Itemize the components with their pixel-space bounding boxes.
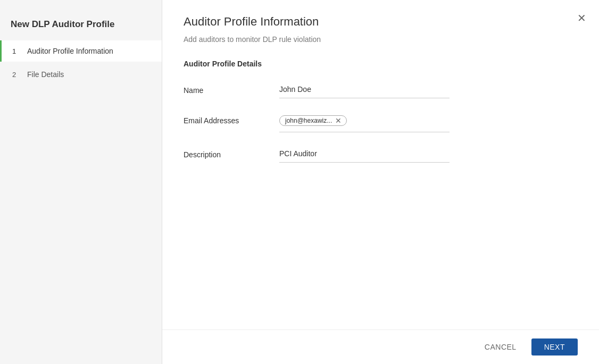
email-tag-text: john@hexawiz... bbox=[285, 117, 332, 124]
name-field-group: Name bbox=[184, 83, 578, 98]
page-subtitle: Add auditors to monitor DLP rule violati… bbox=[184, 35, 578, 44]
email-tag-container[interactable]: john@hexawiz... ✕ bbox=[279, 113, 450, 132]
step-number-2: 2 bbox=[12, 71, 21, 79]
name-control bbox=[279, 83, 450, 98]
name-label: Name bbox=[184, 83, 279, 95]
description-label: Description bbox=[184, 147, 279, 159]
next-button[interactable]: NEXT bbox=[531, 338, 578, 355]
cancel-button[interactable]: CANCEL bbox=[476, 338, 525, 355]
email-control: john@hexawiz... ✕ bbox=[279, 113, 450, 132]
email-label: Email Addresses bbox=[184, 113, 279, 125]
description-field-group: Description bbox=[184, 147, 578, 163]
email-tag-remove-button[interactable]: ✕ bbox=[335, 117, 342, 124]
name-input[interactable] bbox=[279, 83, 450, 98]
step-label-1: Auditor Profile Information bbox=[27, 47, 113, 55]
description-input[interactable] bbox=[279, 147, 450, 163]
section-title: Auditor Profile Details bbox=[184, 60, 578, 68]
sidebar-step-1[interactable]: 1 Auditor Profile Information bbox=[0, 40, 162, 62]
step-label-2: File Details bbox=[27, 70, 64, 79]
main-content: ✕ Auditor Profile Information Add audito… bbox=[162, 0, 599, 364]
email-field-group: Email Addresses john@hexawiz... ✕ bbox=[184, 113, 578, 132]
page-title: Auditor Profile Information bbox=[184, 15, 578, 29]
step-number-1: 1 bbox=[12, 47, 21, 55]
sidebar: New DLP Auditor Profile 1 Auditor Profil… bbox=[0, 0, 162, 364]
sidebar-step-2[interactable]: 2 File Details bbox=[0, 64, 162, 85]
description-control bbox=[279, 147, 450, 163]
email-tag: john@hexawiz... ✕ bbox=[279, 115, 347, 126]
modal: New DLP Auditor Profile 1 Auditor Profil… bbox=[0, 0, 599, 364]
sidebar-title: New DLP Auditor Profile bbox=[0, 11, 162, 40]
footer: CANCEL NEXT bbox=[162, 329, 599, 364]
close-button[interactable]: ✕ bbox=[575, 11, 588, 26]
sidebar-steps: 1 Auditor Profile Information 2 File Det… bbox=[0, 40, 162, 85]
modal-overlay: New DLP Auditor Profile 1 Auditor Profil… bbox=[0, 0, 599, 364]
